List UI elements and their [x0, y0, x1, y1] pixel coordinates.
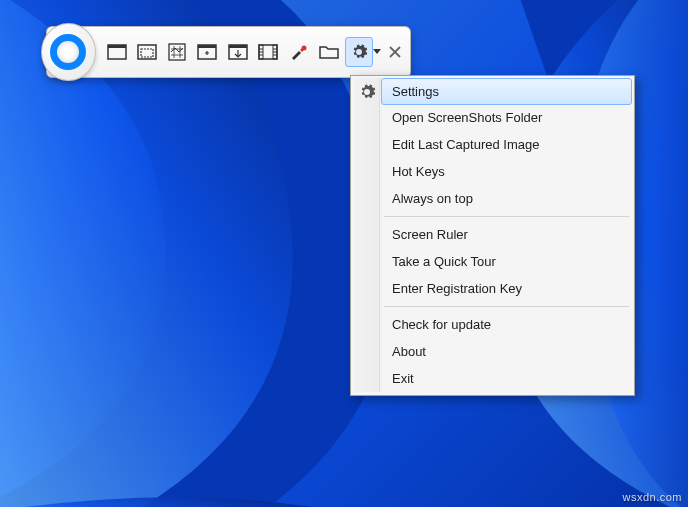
gear-icon — [350, 43, 368, 61]
menu-icon-column — [354, 78, 380, 392]
active-window-icon — [137, 44, 157, 60]
menu-item-screen-ruler[interactable]: Screen Ruler — [382, 221, 631, 248]
scrolling-icon — [228, 44, 248, 60]
svg-rect-4 — [141, 49, 153, 57]
color-picker-button[interactable] — [284, 37, 312, 67]
fixed-region-icon — [197, 44, 217, 60]
capture-fullscreen-button[interactable] — [103, 37, 131, 67]
capture-region-button[interactable] — [163, 37, 191, 67]
settings-gear-button[interactable] — [345, 37, 373, 67]
menu-item-registration[interactable]: Enter Registration Key — [382, 275, 631, 302]
capture-fixed-region-button[interactable] — [193, 37, 221, 67]
logo-ring-icon — [50, 34, 86, 70]
toolbar-close-button[interactable] — [385, 42, 404, 62]
open-folder-button[interactable] — [314, 37, 342, 67]
eyedropper-icon — [289, 43, 307, 61]
menu-item-label: Settings — [392, 84, 439, 99]
svg-rect-7 — [198, 45, 216, 48]
svg-rect-2 — [108, 45, 126, 48]
menu-item-settings[interactable]: Settings — [381, 78, 632, 105]
menu-item-label: Exit — [392, 371, 414, 386]
menu-item-label: Enter Registration Key — [392, 281, 522, 296]
region-icon — [168, 43, 186, 61]
menu-item-label: Screen Ruler — [392, 227, 468, 242]
folder-icon — [319, 44, 339, 60]
menu-item-edit-last[interactable]: Edit Last Captured Image — [382, 131, 631, 158]
menu-item-quick-tour[interactable]: Take a Quick Tour — [382, 248, 631, 275]
menu-item-open-folder[interactable]: Open ScreenShots Folder — [382, 104, 631, 131]
menu-item-check-update[interactable]: Check for update — [382, 311, 631, 338]
app-logo[interactable] — [41, 23, 96, 81]
gear-icon — [358, 83, 376, 101]
menu-item-always-on-top[interactable]: Always on top — [382, 185, 631, 212]
svg-rect-9 — [229, 45, 247, 48]
menu-item-exit[interactable]: Exit — [382, 365, 631, 392]
capture-active-window-button[interactable] — [133, 37, 161, 67]
menu-separator — [384, 216, 629, 217]
settings-context-menu: Settings Open ScreenShots Folder Edit La… — [350, 75, 635, 396]
menu-separator — [384, 306, 629, 307]
settings-dropdown-arrow[interactable] — [372, 49, 381, 55]
screenshot-toolbar — [46, 26, 411, 78]
menu-item-about[interactable]: About — [382, 338, 631, 365]
menu-item-label: Edit Last Captured Image — [392, 137, 539, 152]
watermark-text: wsxdn.com — [622, 491, 682, 503]
menu-item-label: Open ScreenShots Folder — [392, 110, 542, 125]
menu-item-label: About — [392, 344, 426, 359]
menu-item-label: Check for update — [392, 317, 491, 332]
menu-item-label: Take a Quick Tour — [392, 254, 496, 269]
chevron-down-icon — [373, 49, 381, 55]
screen-recorder-button[interactable] — [254, 37, 282, 67]
svg-point-13 — [302, 46, 307, 51]
fullscreen-icon — [107, 44, 127, 60]
menu-item-label: Always on top — [392, 191, 473, 206]
menu-item-hot-keys[interactable]: Hot Keys — [382, 158, 631, 185]
capture-scrolling-button[interactable] — [224, 37, 252, 67]
film-icon — [258, 44, 278, 60]
close-icon — [389, 46, 401, 58]
menu-item-label: Hot Keys — [392, 164, 445, 179]
